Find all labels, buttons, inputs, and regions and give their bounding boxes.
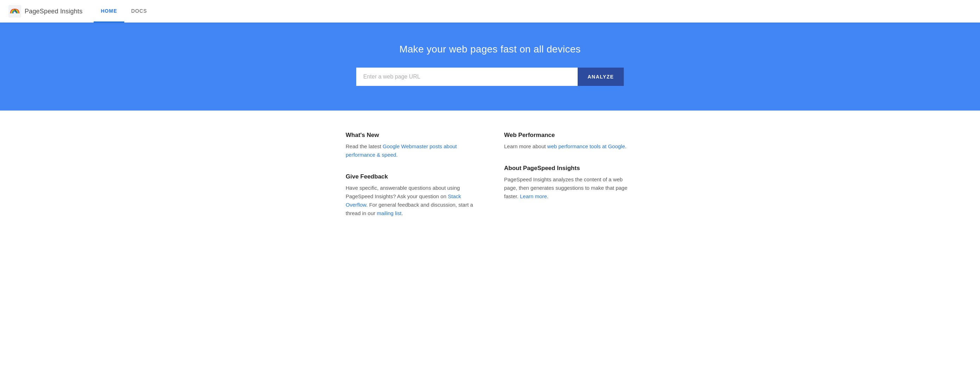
give-feedback-title: Give Feedback [346,173,476,180]
whats-new-block: What's New Read the latest Google Webmas… [346,132,476,159]
brand: PageSpeed Insights [8,5,83,18]
content-col-right: Web Performance Learn more about web per… [504,132,634,232]
whats-new-text-after: . [396,152,398,158]
learn-more-link[interactable]: Learn more [520,193,547,199]
give-feedback-text: Have specific, answerable questions abou… [346,184,476,218]
content-inner: What's New Read the latest Google Webmas… [346,132,634,232]
whats-new-text-before: Read the latest [346,143,383,149]
content-col-left: What's New Read the latest Google Webmas… [346,132,476,232]
feedback-text-1: Have specific, answerable questions abou… [346,185,460,199]
about-pagespeed-block: About PageSpeed Insights PageSpeed Insig… [504,165,634,201]
about-text-after: . [547,193,549,199]
whats-new-title: What's New [346,132,476,139]
brand-logo-icon [8,5,21,18]
web-perf-text-after: . [625,143,627,149]
brand-name: PageSpeed Insights [25,8,83,15]
content-section: What's New Read the latest Google Webmas… [0,110,980,260]
nav-links: HOME DOCS [94,0,154,22]
web-performance-block: Web Performance Learn more about web per… [504,132,634,151]
web-performance-text: Learn more about web performance tools a… [504,142,634,151]
hero-section: Make your web pages fast on all devices … [0,22,980,110]
nav-docs[interactable]: DOCS [124,0,154,22]
feedback-text-3: . [401,210,403,216]
mailing-list-link[interactable]: mailing list [377,210,401,216]
nav-home[interactable]: HOME [94,0,124,22]
url-input[interactable] [356,68,578,86]
navbar: PageSpeed Insights HOME DOCS [0,0,980,22]
analyze-button[interactable]: ANALYZE [578,68,624,86]
about-pagespeed-text: PageSpeed Insights analyzes the content … [504,175,634,201]
about-pagespeed-title: About PageSpeed Insights [504,165,634,172]
search-bar: ANALYZE [356,68,624,86]
give-feedback-block: Give Feedback Have specific, answerable … [346,173,476,218]
web-performance-title: Web Performance [504,132,634,139]
web-performance-tools-link[interactable]: web performance tools at Google [547,143,625,149]
whats-new-text: Read the latest Google Webmaster posts a… [346,142,476,159]
hero-title: Make your web pages fast on all devices [399,44,581,55]
web-perf-text-before: Learn more about [504,143,547,149]
